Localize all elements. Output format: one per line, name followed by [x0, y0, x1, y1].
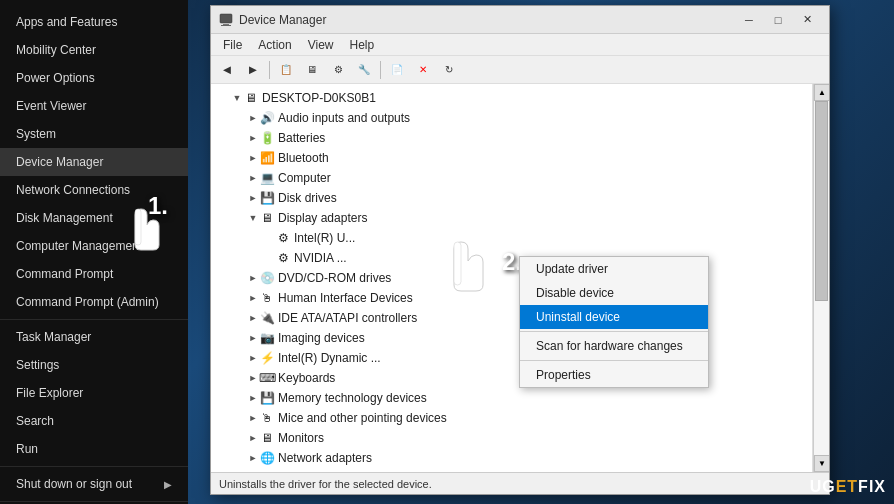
sidebar-item-power-options[interactable]: Power Options — [0, 64, 188, 92]
toolbar-btn-7[interactable]: ↻ — [437, 59, 461, 81]
sidebar-item-system[interactable]: System — [0, 120, 188, 148]
tree-item-audio[interactable]: ► 🔊 Audio inputs and outputs — [211, 108, 812, 128]
run-label: Run — [16, 442, 38, 456]
svg-rect-1 — [220, 14, 232, 23]
tree-item-disk[interactable]: ► 💾 Disk drives — [211, 188, 812, 208]
mobility-center-label: Mobility Center — [16, 43, 96, 57]
minimize-button[interactable]: ─ — [735, 9, 763, 31]
window-title: Device Manager — [239, 13, 735, 27]
file-explorer-label: File Explorer — [16, 386, 83, 400]
command-prompt-admin-label: Command Prompt (Admin) — [16, 295, 159, 309]
hid-arrow-icon: ► — [247, 292, 259, 304]
tree-item-mice[interactable]: ► 🖱 Mice and other pointing devices — [211, 408, 812, 428]
forward-button[interactable]: ► — [241, 59, 265, 81]
scrollbar[interactable]: ▲ ▼ — [813, 84, 829, 472]
ctx-uninstall-device[interactable]: Uninstall device — [520, 305, 708, 329]
command-prompt-label: Command Prompt — [16, 267, 113, 281]
ctx-scan-hardware[interactable]: Scan for hardware changes — [520, 334, 708, 358]
menu-file[interactable]: File — [215, 36, 250, 54]
close-button[interactable]: ✕ — [793, 9, 821, 31]
sidebar-item-mobility-center[interactable]: Mobility Center — [0, 36, 188, 64]
shutdown-label: Shut down or sign out — [16, 477, 132, 491]
disk-management-label: Disk Management — [16, 211, 113, 225]
window-controls: ─ □ ✕ — [735, 9, 821, 31]
ctx-properties[interactable]: Properties — [520, 363, 708, 387]
tree-item-keyboards[interactable]: ► ⌨ Keyboards — [211, 368, 812, 388]
menu-divider-3 — [0, 501, 188, 502]
tree-item-batteries[interactable]: ► 🔋 Batteries — [211, 128, 812, 148]
sidebar-item-event-viewer[interactable]: Event Viewer — [0, 92, 188, 120]
tree-item-display-adapters[interactable]: ▼ 🖥 Display adapters — [211, 208, 812, 228]
sidebar-item-run[interactable]: Run — [0, 435, 188, 463]
sidebar-item-search[interactable]: Search — [0, 407, 188, 435]
dvd-arrow-icon: ► — [247, 272, 259, 284]
menu-view[interactable]: View — [300, 36, 342, 54]
scroll-thumb[interactable] — [815, 101, 828, 301]
ctx-disable-device[interactable]: Disable device — [520, 281, 708, 305]
maximize-button[interactable]: □ — [764, 9, 792, 31]
scroll-up-button[interactable]: ▲ — [814, 84, 829, 101]
menu-divider-2 — [0, 466, 188, 467]
device-manager-window-icon — [219, 13, 233, 27]
tree-item-monitors[interactable]: ► 🖥 Monitors — [211, 428, 812, 448]
bt-arrow-icon: ► — [247, 152, 259, 164]
computer-icon: 🖥 — [243, 90, 259, 106]
svg-rect-3 — [221, 25, 231, 26]
sidebar-item-file-explorer[interactable]: File Explorer — [0, 379, 188, 407]
toolbar-btn-4[interactable]: 🔧 — [352, 59, 376, 81]
toolbar-btn-3[interactable]: ⚙ — [326, 59, 350, 81]
mon-arrow-icon: ► — [247, 432, 259, 444]
sidebar-item-command-prompt[interactable]: Command Prompt — [0, 260, 188, 288]
apps-features-label: Apps and Features — [16, 15, 117, 29]
tree-item-computer[interactable]: ▼ 🖥 DESKTOP-D0KS0B1 — [211, 88, 812, 108]
net-arrow-icon: ► — [247, 452, 259, 464]
logo-et: ET — [836, 478, 858, 495]
toolbar-btn-2[interactable]: 🖥 — [300, 59, 324, 81]
sidebar-item-shutdown[interactable]: Shut down or sign out ▶ — [0, 470, 188, 498]
tree-panel[interactable]: ▼ 🖥 DESKTOP-D0KS0B1 ► 🔊 Audio inputs and… — [211, 84, 813, 472]
desktop: Apps and Features Mobility Center Power … — [0, 0, 894, 504]
sidebar-item-device-manager[interactable]: Device Manager — [0, 148, 188, 176]
sidebar-item-apps-features[interactable]: Apps and Features — [0, 8, 188, 36]
tree-item-print[interactable]: ► 🖨 Print queues — [211, 468, 812, 472]
hand-cursor-2-icon — [430, 225, 490, 285]
keyboard-icon: ⌨ — [259, 370, 275, 386]
computer-name: DESKTOP-D0KS0B1 — [262, 91, 376, 105]
tree-item-intel-gpu[interactable]: ► ⚙ Intel(R) U... — [211, 228, 812, 248]
event-viewer-label: Event Viewer — [16, 99, 86, 113]
menu-divider — [0, 319, 188, 320]
tree-item-intel-dyn[interactable]: ► ⚡ Intel(R) Dynamic ... — [211, 348, 812, 368]
dyn-arrow-icon: ► — [247, 352, 259, 364]
sidebar-item-task-manager[interactable]: Task Manager — [0, 323, 188, 351]
shutdown-arrow-icon: ▶ — [164, 479, 172, 490]
tree-item-network[interactable]: ► 🌐 Network adapters — [211, 448, 812, 468]
toolbar-btn-1[interactable]: 📋 — [274, 59, 298, 81]
dyn-icon: ⚡ — [259, 350, 275, 366]
tree-item-ide[interactable]: ► 🔌 IDE ATA/ATAPI controllers — [211, 308, 812, 328]
tree-item-hid[interactable]: ► 🖱 Human Interface Devices — [211, 288, 812, 308]
back-button[interactable]: ◄ — [215, 59, 239, 81]
comp-icon: 💻 — [259, 170, 275, 186]
audio-icon: 🔊 — [259, 110, 275, 126]
main-content: ▼ 🖥 DESKTOP-D0KS0B1 ► 🔊 Audio inputs and… — [211, 84, 829, 472]
ugetfix-logo: UGETFIX — [810, 478, 886, 496]
context-menu: Update driver Disable device Uninstall d… — [519, 256, 709, 388]
menu-help[interactable]: Help — [342, 36, 383, 54]
display-icon: 🖥 — [259, 210, 275, 226]
batteries-icon: 🔋 — [259, 130, 275, 146]
menu-action[interactable]: Action — [250, 36, 299, 54]
toolbar-btn-5[interactable]: 📄 — [385, 59, 409, 81]
scroll-down-button[interactable]: ▼ — [814, 455, 829, 472]
scroll-track[interactable] — [814, 101, 829, 455]
tree-item-bluetooth[interactable]: ► 📶 Bluetooth — [211, 148, 812, 168]
ctx-divider — [520, 331, 708, 332]
network-icon: 🌐 — [259, 450, 275, 466]
sidebar-item-command-prompt-admin[interactable]: Command Prompt (Admin) — [0, 288, 188, 316]
status-text: Uninstalls the driver for the selected d… — [219, 478, 432, 490]
tree-item-memory[interactable]: ► 💾 Memory technology devices — [211, 388, 812, 408]
toolbar-btn-6[interactable]: ✕ — [411, 59, 435, 81]
tree-item-computer-node[interactable]: ► 💻 Computer — [211, 168, 812, 188]
tree-item-imaging[interactable]: ► 📷 Imaging devices — [211, 328, 812, 348]
ctx-update-driver[interactable]: Update driver — [520, 257, 708, 281]
sidebar-item-settings[interactable]: Settings — [0, 351, 188, 379]
